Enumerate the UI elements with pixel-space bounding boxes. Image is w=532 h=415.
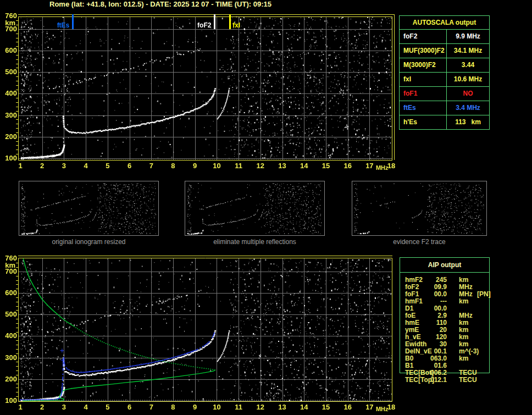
autoscala-row-label: M(3000)F2 [400, 58, 447, 72]
aip-row-value: 30 [417, 340, 447, 348]
fxI-marker-label: fxI [232, 21, 240, 29]
aip-row-value: 01.6 [417, 362, 447, 369]
aip-row-unit: TECU [459, 369, 477, 377]
aip-row-hmE: hmE110km [405, 319, 493, 326]
aip-row-TEC[Top]: TEC[Top]012.1TECU [405, 376, 493, 383]
fxI-marker-line [229, 14, 231, 29]
aip-row-label: D1 [405, 305, 413, 312]
aip-row-unit: km [459, 326, 468, 334]
aip-row-value: 245 [417, 276, 447, 284]
aip-row-value: 20 [417, 326, 447, 334]
panel-caption-original: original ionogram resized [19, 238, 159, 246]
aip-row-hmF2: hmF2245km [405, 276, 493, 283]
aip-row-B0: B0063.0km [405, 355, 493, 362]
ftEs-marker-label: ftEs [51, 21, 69, 29]
aip-row-value: 063.0 [417, 355, 447, 362]
autoscala-screen: Rome (lat: +41.8, lon: 012.5) - DATE: 20… [0, 0, 532, 415]
aip-row-unit: km [459, 355, 468, 362]
autoscala-row-foF2: foF29.9 MHz [400, 30, 489, 44]
aip-table-rows: hmF2245kmfoF209.9MHzfoF100.0MHz[PN]hmF1-… [405, 276, 493, 383]
autoscala-row-fxI: fxI10.6 MHz [400, 73, 489, 87]
aip-row-ymE: ymE20km [405, 326, 493, 333]
autoscala-row-value: 3.4 MHz [447, 101, 489, 115]
aip-row-value: 110 [417, 319, 447, 327]
ionogram-bottom-chart [0, 251, 396, 415]
aip-row-foF2: foF209.9MHz [405, 283, 493, 290]
aip-row-value: 09.9 [417, 283, 447, 291]
autoscala-table-header: AUTOSCALA output [400, 16, 489, 30]
aip-row-unit: MHz [459, 312, 473, 319]
autoscala-row-foF1: foF1NO [400, 87, 489, 101]
autoscala-row-value: 10.6 MHz [447, 73, 489, 86]
aip-row-extra: [PN] [477, 290, 491, 298]
foF2-marker-line [214, 14, 215, 29]
autoscala-row-label: MUF(3000)F2 [400, 44, 447, 58]
autoscala-row-value: 9.9 MHz [447, 30, 489, 43]
aip-row-D1: D100.0 [405, 305, 493, 312]
aip-table-header: AIP output [400, 258, 489, 273]
aip-row-Ewidth: Ewidth30km [405, 340, 493, 347]
ftEs-marker-line [72, 14, 74, 29]
aip-row-DelN_vE: DelN_vE00.1m^(-3) [405, 347, 493, 355]
aip-row-unit: km [459, 276, 468, 284]
aip-row-unit: MHz [459, 290, 473, 298]
autoscala-table-rows: foF29.9 MHzMUF(3000)F234.1 MHzM(3000)F23… [400, 30, 489, 129]
autoscala-row-h'Es: h'Es113 km [400, 115, 489, 129]
aip-row-label: B1 [405, 362, 413, 369]
aip-row-TEC[Bot]: TEC[Bot]006.2TECU [405, 369, 493, 376]
aip-row-h_vE: h_vE120km [405, 333, 493, 340]
panel-caption-eliminate: eliminate multiple reflections [185, 238, 325, 246]
autoscala-output-table: AUTOSCALA output foF29.9 MHzMUF(3000)F23… [399, 15, 490, 130]
ionogram-top-chart [0, 10, 396, 173]
aip-row-unit: m^(-3) [459, 347, 479, 355]
aip-row-label: foE [405, 312, 415, 319]
aip-row-value: 120 [417, 333, 447, 341]
aip-row-unit: km [459, 333, 468, 341]
aip-row-value: --- [417, 297, 447, 305]
aip-row-value: 00.0 [417, 290, 447, 298]
aip-row-value: 00.0 [417, 305, 447, 312]
aip-row-unit: km [459, 340, 468, 348]
aip-row-value: 012.1 [417, 376, 447, 384]
aip-row-unit: TECU [459, 376, 477, 384]
panel-caption-evidence: evidence F2 trace [352, 238, 487, 246]
panel-original-ionogram [19, 181, 159, 236]
autoscala-row-label: ftEs [400, 101, 447, 115]
autoscala-row-value: 3.44 [447, 58, 489, 72]
aip-row-unit: km [459, 319, 468, 327]
aip-row-B1: B101.6 [405, 362, 493, 369]
autoscala-row-value: NO [447, 87, 489, 101]
foF2-marker-label: foF2 [192, 21, 211, 29]
autoscala-row-label: foF2 [400, 30, 447, 43]
aip-row-value: 006.2 [417, 369, 447, 377]
aip-row-unit: MHz [459, 283, 473, 291]
aip-row-hmF1: hmF1---km [405, 297, 493, 305]
aip-row-value: 00.1 [417, 347, 447, 355]
autoscala-row-MUF(3000)F2: MUF(3000)F234.1 MHz [400, 44, 489, 58]
autoscala-row-value: 113 km [447, 115, 489, 129]
aip-row-unit: km [459, 297, 468, 305]
autoscala-row-M(3000)F2: M(3000)F23.44 [400, 58, 489, 73]
autoscala-row-label: fxI [400, 73, 447, 86]
aip-row-value: 2.9 [417, 312, 447, 319]
panel-evidence-f2-trace [352, 181, 487, 236]
aip-row-label: B0 [405, 355, 413, 362]
panel-eliminate-reflections [185, 181, 325, 236]
autoscala-row-label: h'Es [400, 115, 447, 129]
aip-row-foF1: foF100.0MHz[PN] [405, 290, 493, 297]
autoscala-row-ftEs: ftEs3.4 MHz [400, 101, 489, 115]
autoscala-row-value: 34.1 MHz [447, 44, 489, 58]
autoscala-row-label: foF1 [400, 87, 447, 101]
aip-row-foE: foE2.9MHz [405, 312, 493, 319]
page-title: Rome (lat: +41.8, lon: 012.5) - DATE: 20… [49, 0, 401, 9]
